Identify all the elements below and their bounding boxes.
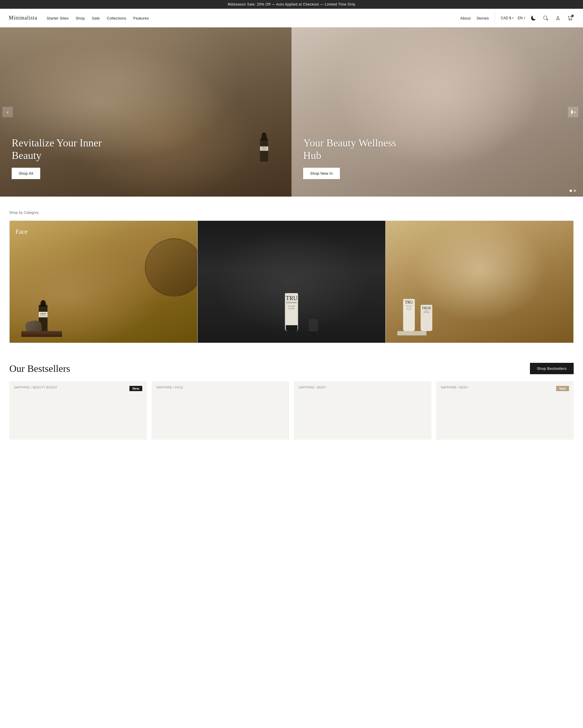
face-bottle-dropper (40, 300, 46, 307)
currency-label: CAD $ (501, 16, 511, 20)
bestsellers-header: Our Bestsellers Shop Bestsellers (9, 363, 574, 374)
nav-item-starter-sites[interactable]: Starter Sites (47, 16, 68, 21)
dark-mode-toggle[interactable] (529, 14, 537, 22)
moon-icon (531, 16, 536, 20)
hero-right-content: Your Beauty Wellness Hub Shop New In (303, 137, 396, 179)
hero-panel-right: Your Beauty Wellness Hub Shop New In › (292, 27, 583, 197)
nav-divider (495, 12, 495, 24)
nav-left: Minimalista Starter Sites Shop Sale Coll… (9, 15, 149, 21)
product-4-badge: Sale (556, 386, 569, 391)
logo[interactable]: Minimalista (9, 15, 37, 21)
search-button[interactable] (542, 14, 550, 22)
nav-item-about[interactable]: About (460, 16, 470, 21)
hero-right-cta[interactable]: Shop New In (303, 168, 340, 179)
product-card-4-inner: SAPPHIRE / BODY Sale (436, 381, 574, 434)
body-glass (309, 319, 318, 331)
category-item-body[interactable]: TRU ORGANIC SEA MUMASK (198, 221, 386, 343)
nav-link-sale[interactable]: Sale (92, 16, 100, 20)
product-2-breadcrumb: SAPPHIRE / FACE (156, 386, 183, 389)
user-icon (556, 16, 560, 20)
product-card-2-inner: SAPPHIRE / FACE (151, 381, 289, 434)
language-label: EN (518, 16, 523, 20)
account-button[interactable] (554, 14, 562, 22)
hero-dot-2[interactable] (574, 189, 576, 192)
category-grid: TRUE FACE IT Face TRU ORG (9, 220, 574, 343)
category-item-face[interactable]: TRUE FACE IT Face (10, 221, 198, 343)
shop-bestsellers-button[interactable]: Shop Bestsellers (530, 363, 574, 374)
hair-tube-1-label: TRU ORGANIC SEA MIMASK (403, 299, 415, 312)
product-card-2[interactable]: SAPPHIRE / FACE (151, 381, 289, 440)
announcement-text: Midseason Sale: 20% Off — Auto Applied a… (228, 2, 355, 6)
hero-next-arrow[interactable]: › (568, 107, 578, 117)
body-tube: TRU ORGANIC SEA MUMASK (285, 293, 298, 331)
product-3-breadcrumb: SAPPHIRE / BODY (299, 386, 326, 389)
hair-platform (397, 331, 426, 335)
currency-selector[interactable]: CAD $ ▾ (501, 16, 513, 20)
product-card-3[interactable]: SAPPHIRE / BODY (294, 381, 432, 440)
nav-link-features[interactable]: Features (133, 16, 149, 20)
product-card-1-inner: SAPPHIRE / BEAUTY BOOST New (9, 381, 147, 434)
product-card-3-inner: SAPPHIRE / BODY (294, 381, 432, 434)
category-section-label: Shop by Category (9, 211, 574, 215)
hero-left-cta[interactable]: Shop All (12, 168, 40, 179)
face-bottle-label: TRUE FACE IT (39, 312, 48, 317)
category-body-image: TRU ORGANIC SEA MUMASK (198, 221, 385, 343)
nav-item-features[interactable]: Features (133, 16, 149, 21)
cart-count: 0 (571, 15, 574, 17)
nav-item-sale[interactable]: Sale (92, 16, 100, 21)
hero-section: TRUE FACE IT Revitalize Your Inner Beaut… (0, 27, 583, 197)
bestsellers-title: Our Bestsellers (9, 363, 70, 374)
hair-tube-2: TRUE BODYBUTTER (421, 305, 432, 331)
main-nav: Minimalista Starter Sites Shop Sale Coll… (0, 9, 583, 27)
serum-bottle-shape: TRUE FACE IT (260, 138, 268, 162)
hero-dot-1[interactable] (570, 189, 572, 192)
hero-dots (570, 189, 576, 192)
product-1-badge: New (130, 386, 142, 391)
search-icon (543, 16, 548, 20)
face-platform (21, 331, 62, 337)
nav-item-collections[interactable]: Collections (107, 16, 126, 21)
bottle-cap (261, 132, 267, 140)
cart-button[interactable]: 0 (566, 14, 574, 22)
nav-links-right: About Stories (460, 16, 489, 21)
product-card-4[interactable]: SAPPHIRE / BODY Sale (436, 381, 574, 440)
hero-right-heading: Your Beauty Wellness Hub (303, 137, 396, 162)
body-tube-label: TRU ORGANIC SEA MUMASK (285, 293, 298, 312)
nav-item-shop[interactable]: Shop (76, 16, 85, 21)
announcement-bar: Midseason Sale: 20% Off — Auto Applied a… (0, 0, 583, 9)
language-chevron: ▾ (524, 16, 525, 20)
product-1-breadcrumb: SAPPHIRE / BEAUTY BOOST (14, 386, 57, 389)
product-card-1[interactable]: SAPPHIRE / BEAUTY BOOST New (9, 381, 147, 440)
category-item-hair[interactable]: TRU ORGANIC SEA MIMASK TRUE BODYBUTTER (386, 221, 573, 343)
nav-right: About Stories CAD $ ▾ EN ▾ (460, 12, 574, 24)
hero-left-content: Revitalize Your Inner Beauty Shop All (12, 137, 105, 179)
category-face-label: Face (16, 228, 28, 235)
language-selector[interactable]: EN ▾ (518, 16, 525, 20)
hair-tubes: TRU ORGANIC SEA MIMASK TRUE BODYBUTTER (403, 299, 432, 331)
nav-item-stories[interactable]: Stories (476, 16, 489, 21)
category-section: Shop by Category TRUE FACE IT (0, 197, 583, 349)
nav-link-about[interactable]: About (460, 16, 470, 20)
hero-panel-left: TRUE FACE IT Revitalize Your Inner Beaut… (0, 27, 292, 197)
category-hair-image: TRU ORGANIC SEA MIMASK TRUE BODYBUTTER (386, 221, 573, 343)
nav-link-stories[interactable]: Stories (476, 16, 489, 20)
category-face-image: TRUE FACE IT (10, 221, 197, 343)
nav-link-starter-sites[interactable]: Starter Sites (47, 16, 68, 20)
hero-prev-arrow[interactable]: ‹ (2, 107, 13, 117)
hair-tube-2-label: TRUE BODYBUTTER (421, 305, 432, 315)
product-4-breadcrumb: SAPPHIRE / BODY (441, 386, 468, 389)
nav-link-collections[interactable]: Collections (107, 16, 126, 20)
nav-controls: CAD $ ▾ EN ▾ (501, 14, 574, 22)
bestsellers-section: Our Bestsellers Shop Bestsellers SAPPHIR… (0, 349, 583, 446)
face-bowl (145, 238, 198, 296)
body-tube-cap (286, 325, 297, 331)
nav-link-shop[interactable]: Shop (76, 16, 85, 20)
bottle-label: TRUE FACE IT (260, 147, 268, 151)
nav-links-left: Starter Sites Shop Sale Collections Feat… (47, 16, 149, 21)
chevron-right-icon (571, 109, 574, 115)
hair-tube-1: TRU ORGANIC SEA MIMASK (403, 299, 415, 331)
hero-left-heading: Revitalize Your Inner Beauty (12, 137, 105, 162)
product-grid: SAPPHIRE / BEAUTY BOOST New SAPPHIRE / F… (9, 381, 574, 440)
currency-chevron: ▾ (512, 16, 513, 20)
